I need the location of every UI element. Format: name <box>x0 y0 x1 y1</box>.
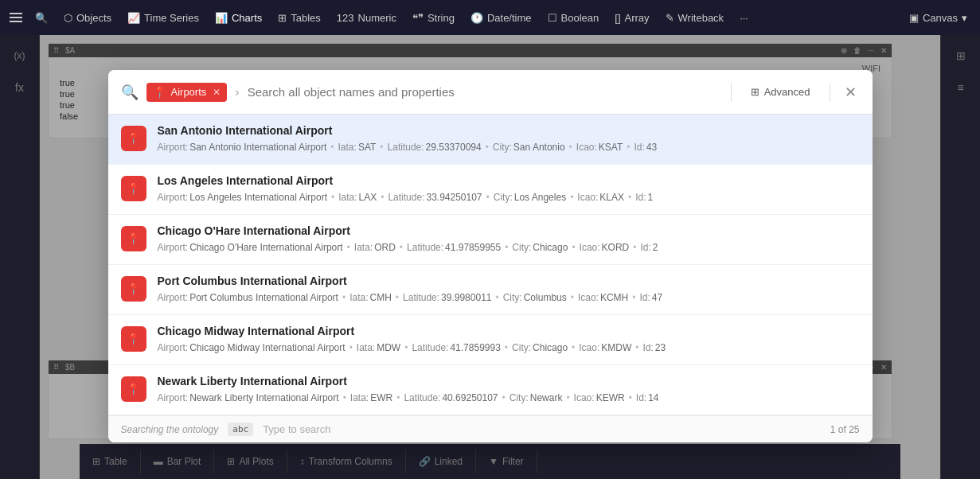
result-icon: 📍 <box>121 376 146 402</box>
tables-icon: ⊞ <box>278 12 287 24</box>
datetime-icon: 🕐 <box>470 12 483 24</box>
divider <box>731 83 732 102</box>
filter-tag-close[interactable]: ✕ <box>213 87 221 98</box>
divider-2 <box>830 83 830 102</box>
canvas-icon: ▣ <box>909 12 919 24</box>
advanced-label: Advanced <box>764 86 810 98</box>
objects-icon: ⬡ <box>64 12 72 24</box>
toolbar-charts[interactable]: 📊 Charts <box>209 9 268 27</box>
result-icon: 📍 <box>121 226 146 251</box>
toolbar-timeseries[interactable]: 📈 Time Series <box>121 9 205 27</box>
search-header: 🔍 📍 Airports ✕ › ⊞ Advanced ✕ <box>108 70 873 115</box>
toolbar-datetime[interactable]: 🕐 Date/time <box>464 9 538 27</box>
result-title: Los Angeles International Airport <box>158 174 860 187</box>
canvas-button[interactable]: ▣ Canvas ▾ <box>903 9 974 27</box>
airport-tag-icon: 📍 <box>153 86 166 99</box>
result-content: Chicago O'Hare International Airport Air… <box>158 224 860 255</box>
result-icon: 📍 <box>121 276 146 302</box>
result-icon: 📍 <box>121 126 146 151</box>
searching-ontology-label: Searching the ontology <box>121 424 219 435</box>
result-meta: Airport: Chicago O'Hare International Ai… <box>158 240 860 255</box>
result-title: Chicago O'Hare International Airport <box>158 224 860 237</box>
result-title: Newark Liberty International Airport <box>158 375 860 387</box>
result-meta: Airport: San Antonio International Airpo… <box>158 140 860 154</box>
toolbar-more[interactable]: ··· <box>733 9 755 27</box>
toolbar-tables[interactable]: ⊞ Tables <box>271 9 327 27</box>
search-footer: Searching the ontology abc Type to searc… <box>108 415 873 442</box>
result-meta: Airport: Port Columbus International Air… <box>158 290 860 305</box>
toolbar-numeric[interactable]: 123 Numeric <box>330 9 403 27</box>
search-icon: 🔍 <box>35 12 48 24</box>
results-count: 1 of 25 <box>830 424 860 435</box>
type-tag: abc <box>228 423 253 436</box>
timeseries-icon: 📈 <box>127 12 140 24</box>
result-item[interactable]: 📍 Los Angeles International Airport Airp… <box>108 165 873 215</box>
result-item[interactable]: 📍 Chicago Midway International Airport A… <box>108 315 873 365</box>
result-content: Newark Liberty International Airport Air… <box>158 375 860 405</box>
toolbar-right: ▣ Canvas ▾ <box>903 9 974 27</box>
string-icon: ❝❞ <box>412 12 424 24</box>
writeback-icon: ✎ <box>666 12 674 24</box>
filter-tag-label: Airports <box>171 86 207 98</box>
result-item[interactable]: 📍 Chicago O'Hare International Airport A… <box>108 215 873 265</box>
type-to-search-label: Type to search <box>263 423 821 435</box>
toolbar-objects[interactable]: ⬡ Objects <box>57 9 118 27</box>
results-list: 📍 San Antonio International Airport Airp… <box>108 115 873 415</box>
search-button[interactable]: 🔍 <box>29 9 54 27</box>
toolbar-writeback[interactable]: ✎ Writeback <box>659 9 731 27</box>
breadcrumb-arrow: › <box>235 85 239 99</box>
result-icon: 📍 <box>121 326 146 352</box>
toolbar-boolean[interactable]: ☐ Boolean <box>541 9 606 27</box>
result-icon: 📍 <box>121 176 146 201</box>
result-title: Port Columbus International Airport <box>158 275 860 287</box>
result-item[interactable]: 📍 Port Columbus International Airport Ai… <box>108 265 873 315</box>
result-content: Port Columbus International Airport Airp… <box>158 275 860 305</box>
top-toolbar: 🔍 ⬡ Objects 📈 Time Series 📊 Charts ⊞ Tab… <box>0 0 980 35</box>
advanced-icon: ⊞ <box>751 86 759 98</box>
chevron-down-icon: ▾ <box>962 12 967 24</box>
toolbar-array[interactable]: [] Array <box>608 9 655 27</box>
filter-tag-airports: 📍 Airports ✕ <box>146 83 228 102</box>
search-input[interactable] <box>248 85 720 99</box>
result-title: San Antonio International Airport <box>158 124 860 137</box>
result-meta: Airport: Los Angeles International Airpo… <box>158 190 860 204</box>
search-modal: 🔍 📍 Airports ✕ › ⊞ Advanced ✕ <box>108 70 873 442</box>
search-icon: 🔍 <box>121 84 139 101</box>
result-content: Chicago Midway International Airport Air… <box>158 325 860 355</box>
main-content: (x) fx ⠿ $A ⊕ 🗑 ··· ✕ WIFI true true tr <box>0 35 980 479</box>
boolean-icon: ☐ <box>548 12 557 24</box>
charts-icon: 📊 <box>215 12 228 24</box>
result-item[interactable]: 📍 Newark Liberty International Airport A… <box>108 365 873 415</box>
result-content: San Antonio International Airport Airpor… <box>158 124 860 154</box>
toolbar-string[interactable]: ❝❞ String <box>406 9 461 27</box>
search-close-button[interactable]: ✕ <box>841 80 860 104</box>
more-icon: ··· <box>740 12 748 24</box>
result-item[interactable]: 📍 San Antonio International Airport Airp… <box>108 115 873 165</box>
modal-overlay: 🔍 📍 Airports ✕ › ⊞ Advanced ✕ <box>0 35 980 479</box>
advanced-button[interactable]: ⊞ Advanced <box>743 81 818 103</box>
numeric-icon: 123 <box>337 12 354 24</box>
result-content: Los Angeles International Airport Airpor… <box>158 174 860 204</box>
array-icon: [] <box>615 12 620 24</box>
result-meta: Airport: Newark Liberty International Ai… <box>158 391 860 405</box>
result-meta: Airport: Chicago Midway International Ai… <box>158 341 860 355</box>
result-title: Chicago Midway International Airport <box>158 325 860 337</box>
menu-button[interactable] <box>6 10 25 25</box>
